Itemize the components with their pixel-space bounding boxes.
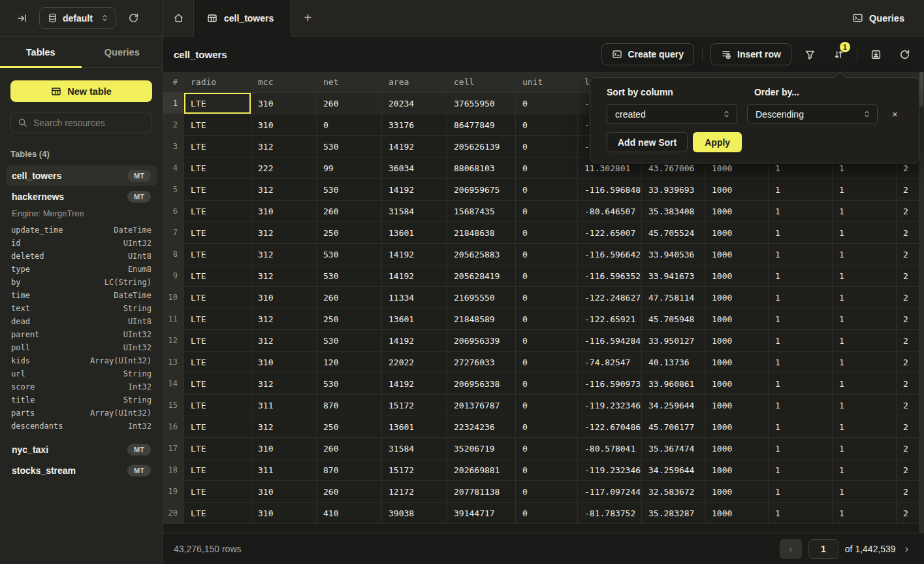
table-row[interactable]: 12LTE312530141922069563390-116.59428433.… (163, 330, 924, 352)
table-row[interactable]: 17LTE31026031584352067190-80.57804135.36… (163, 438, 924, 459)
new-tab-button[interactable]: + (291, 0, 324, 36)
table-row[interactable]: 11LTE31225013601218485890-122.6592145.70… (163, 308, 924, 330)
table-row[interactable]: 6LTE31026031584156874350-80.64650735.383… (163, 201, 924, 222)
table-cell[interactable]: 1 (769, 201, 833, 222)
page-number-input[interactable] (808, 539, 838, 559)
table-row[interactable]: 16LTE31225013601223242360-122.67048645.7… (163, 416, 924, 438)
table-cell[interactable]: 0 (516, 352, 578, 373)
table-cell[interactable]: 870 (317, 459, 382, 480)
table-row[interactable]: 13LTE31012022022272760330-74.8254740.137… (163, 352, 924, 373)
table-cell[interactable]: LTE (184, 287, 251, 308)
table-cell[interactable]: 1000 (705, 287, 769, 308)
table-cell[interactable]: LTE (184, 373, 251, 394)
table-cell[interactable]: 27276033 (447, 352, 516, 373)
table-cell[interactable]: 1 (833, 503, 897, 523)
table-cell[interactable]: 0 (516, 459, 578, 480)
table-cell[interactable]: 310 (251, 352, 317, 373)
create-query-button[interactable]: Create query (601, 43, 695, 65)
table-cell[interactable]: 14192 (382, 136, 447, 157)
column-header[interactable]: area (382, 72, 447, 92)
table-cell[interactable]: 34.259644 (642, 395, 705, 416)
table-cell[interactable]: LTE (184, 158, 251, 178)
prev-page-button[interactable]: ‹ (780, 539, 802, 559)
table-cell[interactable]: 1 (769, 416, 833, 437)
table-cell[interactable]: 33176 (382, 114, 447, 135)
sort-order-select[interactable]: Descending (747, 104, 878, 124)
table-cell[interactable]: 45.705948 (642, 308, 705, 329)
search-input[interactable] (33, 118, 145, 128)
table-cell[interactable]: 310 (251, 438, 317, 459)
table-cell[interactable]: 312 (251, 330, 317, 351)
table-cell[interactable]: 1000 (705, 438, 769, 459)
table-cell[interactable]: 33.950127 (642, 330, 705, 351)
table-cell[interactable]: 33.941673 (642, 265, 705, 286)
table-cell[interactable]: 35.367474 (642, 438, 705, 459)
table-row[interactable]: 7LTE31225013601218486380-122.6500745.705… (163, 222, 924, 244)
column-header[interactable]: cell (447, 72, 516, 92)
table-cell[interactable]: 0 (516, 503, 578, 523)
table-cell[interactable]: LTE (184, 438, 251, 459)
table-cell[interactable]: 1 (769, 179, 833, 200)
table-cell[interactable]: 120 (317, 352, 382, 373)
table-cell[interactable]: LTE (184, 93, 251, 114)
sidebar-item-stocks-stream[interactable]: stocks_stream MT (6, 460, 157, 480)
table-cell[interactable]: 1 (833, 308, 897, 329)
refresh-connection-button[interactable] (125, 10, 142, 26)
table-cell[interactable]: 530 (317, 136, 382, 157)
table-cell[interactable]: 250 (317, 308, 382, 329)
table-cell[interactable]: 530 (317, 373, 382, 394)
table-cell[interactable]: 39144717 (447, 503, 516, 523)
table-cell[interactable]: 31584 (382, 201, 447, 222)
table-cell[interactable]: LTE (184, 136, 251, 157)
sidebar-item-nyc-taxi[interactable]: nyc_taxi MT (6, 439, 157, 459)
table-cell[interactable]: 1000 (705, 373, 769, 394)
table-cell[interactable]: 47.758114 (642, 287, 705, 308)
table-cell[interactable]: 1000 (705, 179, 769, 200)
sidebar-tab-queries[interactable]: Queries (82, 37, 163, 67)
tab-cell-towers[interactable]: cell_towers (193, 0, 291, 37)
table-cell[interactable]: 310 (251, 287, 317, 308)
table-cell[interactable]: 1000 (705, 330, 769, 351)
table-cell[interactable]: 1 (833, 201, 897, 222)
table-cell[interactable]: 1 (769, 438, 833, 459)
table-cell[interactable]: 1 (769, 503, 833, 523)
table-cell[interactable]: 205626139 (447, 136, 516, 157)
refresh-table-button[interactable] (894, 44, 915, 65)
table-cell[interactable]: 15687435 (447, 201, 516, 222)
insert-row-button[interactable]: Insert row (710, 43, 791, 65)
table-cell[interactable]: 310 (251, 93, 317, 114)
table-cell[interactable]: 1 (833, 373, 897, 394)
table-cell[interactable]: 14192 (382, 265, 447, 286)
table-cell[interactable]: 45.706177 (642, 416, 705, 437)
table-cell[interactable]: 1 (769, 459, 833, 480)
table-cell[interactable]: LTE (184, 481, 251, 502)
table-cell[interactable]: 206959675 (447, 179, 516, 200)
table-cell[interactable]: -116.594284 (578, 330, 642, 351)
table-row[interactable]: 15LTE311870151722013767870-119.23234634.… (163, 395, 924, 416)
scrollbar-thumb[interactable] (919, 72, 923, 107)
sidebar-item-cell-towers[interactable]: cell_towers MT (6, 165, 157, 186)
apply-sort-button[interactable]: Apply (693, 132, 742, 152)
table-cell[interactable]: -116.596352 (578, 265, 642, 286)
queries-button[interactable]: Queries (852, 12, 904, 24)
table-cell[interactable]: 260 (317, 438, 382, 459)
table-cell[interactable]: 1 (769, 222, 833, 243)
table-cell[interactable]: 14192 (382, 244, 447, 265)
table-cell[interactable]: 1 (769, 395, 833, 416)
table-cell[interactable]: LTE (184, 114, 251, 135)
table-cell[interactable]: 1000 (705, 459, 769, 480)
table-cell[interactable]: -122.65007 (578, 222, 642, 243)
vertical-scrollbar[interactable] (919, 72, 924, 533)
table-cell[interactable]: 206956338 (447, 373, 516, 394)
table-row[interactable]: 19LTE310260121722077811380-117.09724432.… (163, 481, 924, 503)
table-cell[interactable]: 310 (251, 481, 317, 502)
table-cell[interactable]: 0 (516, 287, 578, 308)
table-cell[interactable]: LTE (184, 330, 251, 351)
table-cell[interactable]: 13601 (382, 222, 447, 243)
table-cell[interactable]: 1 (833, 287, 897, 308)
table-cell[interactable]: 0 (516, 201, 578, 222)
table-cell[interactable]: 1 (833, 438, 897, 459)
table-cell[interactable]: -81.783752 (578, 503, 642, 523)
table-cell[interactable]: 13601 (382, 416, 447, 437)
remove-sort-button[interactable]: × (887, 106, 903, 122)
